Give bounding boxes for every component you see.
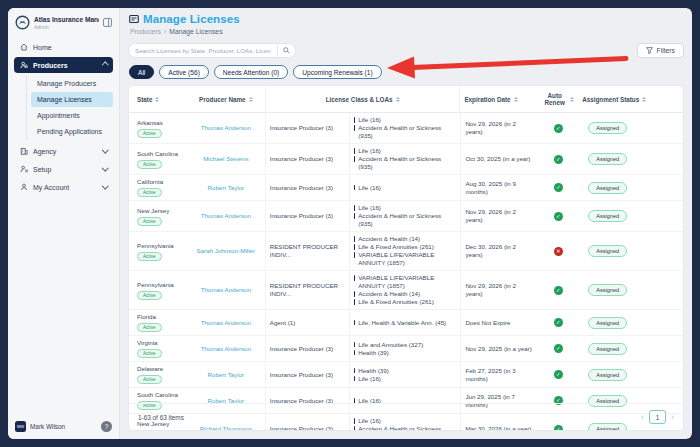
producer-name-link[interactable]: Robert Taylor <box>207 184 244 192</box>
cell-state: CaliforniaActive <box>129 175 187 200</box>
cell-license-class: RESIDENT PRODUCER INDIV... <box>265 271 349 309</box>
assignment-badge: Assigned <box>588 369 627 381</box>
sidebar-item-label: Producers <box>33 62 68 69</box>
filters-label: Filters <box>656 47 675 54</box>
cell-auto-renew: ✓ <box>538 175 578 200</box>
cell-license-class: Insurance Producer (3) <box>265 201 349 231</box>
loa-label: Accident & Health or Sickness (935) <box>358 124 456 140</box>
producer-name-link[interactable]: Thomas Anderson <box>201 124 251 132</box>
auto-renew-check-icon: ✓ <box>554 318 563 327</box>
sidebar-item-pending-applications[interactable]: Pending Applications <box>31 124 113 139</box>
table-row[interactable]: FloridaActiveThomas AndersonAgent (1)Lif… <box>129 310 683 336</box>
table-row[interactable]: PennsylvaniaActiveSarah Johnson-MillerRE… <box>129 232 683 271</box>
loa-icon <box>354 299 356 305</box>
cell-producer: Thomas Anderson <box>187 113 265 143</box>
breadcrumb: Producers›Manage Licenses <box>130 28 684 35</box>
page-number[interactable]: 1 <box>649 410 666 424</box>
avatar: MW <box>15 421 26 432</box>
page-title: Manage Licenses <box>143 13 240 25</box>
sidebar-item-appointments[interactable]: Appointments <box>31 108 113 123</box>
tab-upcoming-renewals-1[interactable]: Upcoming Renewals (1) <box>293 65 381 79</box>
breadcrumb-parent[interactable]: Producers <box>130 28 161 35</box>
cell-license-class: Agent (1) <box>265 310 349 335</box>
cell-expiration: Nov 29, 2025 (in a year) <box>460 336 538 361</box>
page-prev-icon[interactable]: ‹ <box>641 413 644 422</box>
cell-loas: Life (16)Accident & Health or Sickness (… <box>349 144 461 174</box>
cell-state: VirginiaActive <box>129 336 187 361</box>
table-header-row: StateProducer NameLicense Class & LOAsEx… <box>129 86 683 113</box>
table-row[interactable]: DelawareActiveRobert TaylorInsurance Pro… <box>129 362 683 388</box>
cell-state: DelawareActive <box>129 362 187 387</box>
loa-icon <box>354 376 356 382</box>
sidebar: Atlas Insurance Manage... Admin Home Pro… <box>8 8 120 439</box>
loa-item: Accident & Health or Sickness (935) <box>354 155 457 171</box>
cell-producer: Michael Stevens <box>187 144 265 174</box>
column-header-state[interactable]: State <box>129 86 187 112</box>
cell-producer: Robert Taylor <box>187 362 265 387</box>
loa-item: Life (16) <box>354 147 457 155</box>
column-header-producer-name[interactable]: Producer Name <box>187 86 265 112</box>
tab-active-56[interactable]: Active (56) <box>159 65 209 79</box>
table-row[interactable]: PennsylvaniaActiveThomas AndersonRESIDEN… <box>129 271 683 310</box>
producer-name-link[interactable]: Michael Stevens <box>203 155 248 163</box>
loa-icon <box>354 125 356 131</box>
cell-expiration: Nov 29, 2026 (in 2 years) <box>460 113 538 143</box>
table-body: ArkansasActiveThomas AndersonInsurance P… <box>129 113 683 403</box>
cell-auto-renew: ✓ <box>538 144 578 174</box>
sidebar-item-my-account[interactable]: My Account <box>14 179 113 195</box>
producer-name-link[interactable]: Thomas Anderson <box>201 286 251 294</box>
cell-state: ArkansasActive <box>129 113 187 143</box>
loa-item: Life (16) <box>354 204 457 212</box>
column-header-expiration-date[interactable]: Expiration Date <box>460 86 538 112</box>
table-row[interactable]: New JerseyActiveThomas AndersonInsurance… <box>129 201 683 232</box>
column-header-auto-renew[interactable]: Auto Renew <box>538 86 578 112</box>
loa-item: Life (16) <box>354 184 457 192</box>
cell-auto-renew: ✓ <box>538 113 578 143</box>
loa-item: Life, Health & Variable Ann. (45) <box>354 319 457 327</box>
table-row[interactable]: South CarolinaActiveMichael StevensInsur… <box>129 144 683 175</box>
help-icon[interactable]: ? <box>101 421 112 432</box>
agency-icon <box>20 147 28 155</box>
cell-assignment-status: Assigned <box>578 232 683 270</box>
status-badge: Active <box>137 129 162 138</box>
chevron-up-icon <box>102 62 108 68</box>
tab-needs-attention-0[interactable]: Needs Attention (0) <box>214 65 288 79</box>
tab-all[interactable]: All <box>129 65 154 79</box>
cell-expiration: Nov 29, 2026 (in 2 years) <box>460 271 538 309</box>
producers-icon <box>20 61 28 69</box>
sidebar-item-setup[interactable]: Setup <box>14 161 113 177</box>
state-label: New Jersey <box>137 207 183 215</box>
sidebar-item-manage-licenses[interactable]: Manage Licenses <box>31 92 113 107</box>
column-header-assignment-status[interactable]: Assignment Status <box>578 86 683 112</box>
table-row[interactable]: VirginiaActiveThomas AndersonInsurance P… <box>129 336 683 362</box>
sidebar-item-label: Setup <box>33 166 51 173</box>
sidebar-collapse-icon[interactable] <box>103 18 112 27</box>
producer-name-link[interactable]: Robert Taylor <box>207 371 244 379</box>
auto-renew-cross-icon: ✕ <box>554 247 563 256</box>
cell-license-class: Insurance Producer (3) <box>265 144 349 174</box>
sidebar-item-manage-producers[interactable]: Manage Producers <box>31 76 113 91</box>
sidebar-item-agency[interactable]: Agency <box>14 143 113 159</box>
page-next-icon[interactable]: › <box>671 413 674 422</box>
producer-name-link[interactable]: Thomas Anderson <box>201 345 251 353</box>
search-icon[interactable] <box>277 44 295 57</box>
loa-icon <box>354 320 356 326</box>
org-role: Admin <box>34 24 99 30</box>
table-row[interactable]: ArkansasActiveThomas AndersonInsurance P… <box>129 113 683 144</box>
producer-name-link[interactable]: Sarah Johnson-Miller <box>197 247 255 255</box>
sort-icon <box>155 97 159 102</box>
column-header-license-class-loas[interactable]: License Class & LOAs <box>265 86 461 112</box>
producer-name-link[interactable]: Thomas Anderson <box>201 212 251 220</box>
auto-renew-check-icon: ✓ <box>554 370 563 379</box>
sidebar-item-producers[interactable]: Producers <box>14 57 113 73</box>
cell-assignment-status: Assigned <box>578 144 683 174</box>
producer-name-link[interactable]: Thomas Anderson <box>201 319 251 327</box>
breadcrumb-separator: › <box>164 28 166 35</box>
cell-license-class: Insurance Producer (3) <box>265 362 349 387</box>
state-label: Pennsylvania <box>137 281 183 289</box>
search-input[interactable] <box>129 47 277 54</box>
sidebar-item-home[interactable]: Home <box>14 39 113 55</box>
table-row[interactable]: CaliforniaActiveRobert TaylorInsurance P… <box>129 175 683 201</box>
filters-button[interactable]: Filters <box>637 43 684 58</box>
loa-item: Health (39) <box>354 367 457 375</box>
